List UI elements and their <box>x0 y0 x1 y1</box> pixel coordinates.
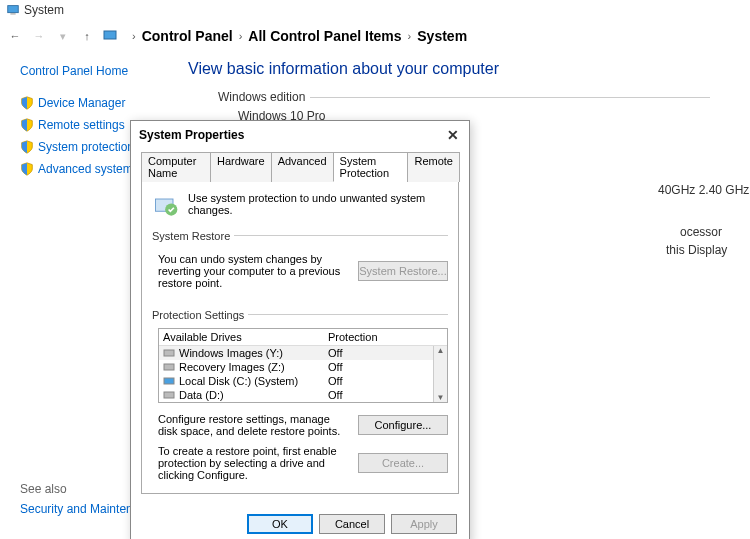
spec-cpu: 40GHz 2.40 GHz <box>658 183 750 197</box>
drive-list-col-drives: Available Drives <box>159 329 324 345</box>
svg-rect-5 <box>164 350 174 356</box>
spec-processor: ocessor <box>680 225 750 239</box>
drive-list[interactable]: Available Drives Protection Windows Imag… <box>158 328 448 403</box>
tab-computer-name[interactable]: Computer Name <box>141 152 211 182</box>
hdd-icon <box>163 347 175 359</box>
svg-rect-0 <box>8 6 19 13</box>
chevron-right-icon: › <box>239 30 243 42</box>
tab-system-protection[interactable]: System Protection <box>333 152 409 182</box>
drive-row[interactable]: Local Disk (C:) (System)Off <box>159 374 433 388</box>
configure-button[interactable]: Configure... <box>358 415 448 435</box>
breadcrumb: › Control Panel › All Control Panel Item… <box>132 28 467 44</box>
shield-icon <box>20 96 34 110</box>
restore-description: You can undo system changes by reverting… <box>158 253 350 289</box>
chevron-right-icon: › <box>132 30 136 42</box>
svg-rect-6 <box>164 364 174 370</box>
hdd-icon <box>163 389 175 401</box>
system-restore-label: System Restore <box>152 230 234 242</box>
control-panel-home-link[interactable]: Control Panel Home <box>20 60 180 82</box>
dialog-tabs: Computer Name Hardware Advanced System P… <box>141 151 459 182</box>
recent-dropdown[interactable]: ▾ <box>54 27 72 45</box>
create-button[interactable]: Create... <box>358 453 448 473</box>
scroll-up-icon[interactable]: ▲ <box>437 346 445 355</box>
drive-name: Local Disk (C:) (System) <box>179 375 328 387</box>
navbar: ← → ▾ ↑ › Control Panel › All Control Pa… <box>0 20 750 52</box>
svg-rect-7 <box>164 378 174 384</box>
protection-icon <box>152 192 180 220</box>
breadcrumb-item[interactable]: System <box>417 28 467 44</box>
shield-icon <box>20 118 34 132</box>
svg-rect-1 <box>10 14 15 15</box>
hdd-icon <box>163 375 175 387</box>
drive-status: Off <box>328 347 429 359</box>
create-description: To create a restore point, first enable … <box>158 445 350 481</box>
shield-icon <box>20 140 34 154</box>
drive-row[interactable]: Data (D:)Off <box>159 388 433 402</box>
dialog-title: System Properties <box>139 128 244 142</box>
system-properties-dialog: System Properties ✕ Computer Name Hardwa… <box>130 120 470 539</box>
hdd-icon <box>163 361 175 373</box>
drive-list-col-protection: Protection <box>324 329 433 345</box>
drive-status: Off <box>328 375 429 387</box>
drive-name: Data (D:) <box>179 389 328 401</box>
chevron-right-icon: › <box>408 30 412 42</box>
svg-rect-8 <box>164 392 174 398</box>
drive-row[interactable]: Windows Images (Y:)Off <box>159 346 433 360</box>
scrollbar[interactable]: ▲▼ <box>433 346 447 402</box>
protection-settings-label: Protection Settings <box>152 309 248 321</box>
close-button[interactable]: ✕ <box>445 127 461 143</box>
drive-status: Off <box>328 361 429 373</box>
apply-button[interactable]: Apply <box>391 514 457 534</box>
drive-status: Off <box>328 389 429 401</box>
tab-advanced[interactable]: Advanced <box>271 152 334 182</box>
page-heading: View basic information about your comput… <box>188 60 750 78</box>
forward-button[interactable]: → <box>30 27 48 45</box>
drive-name: Windows Images (Y:) <box>179 347 328 359</box>
configure-description: Configure restore settings, manage disk … <box>158 413 350 437</box>
edition-group-label: Windows edition <box>218 90 750 104</box>
system-restore-button[interactable]: System Restore... <box>358 261 448 281</box>
window-titlebar: System <box>0 0 750 20</box>
window-title: System <box>24 3 64 17</box>
breadcrumb-item[interactable]: Control Panel <box>142 28 233 44</box>
spec-display: this Display <box>666 243 750 257</box>
scroll-down-icon[interactable]: ▼ <box>437 393 445 402</box>
control-panel-icon <box>102 28 118 44</box>
shield-icon <box>20 162 34 176</box>
breadcrumb-item[interactable]: All Control Panel Items <box>248 28 401 44</box>
ok-button[interactable]: OK <box>247 514 313 534</box>
cancel-button[interactable]: Cancel <box>319 514 385 534</box>
protection-info-text: Use system protection to undo unwanted s… <box>188 192 448 216</box>
drive-name: Recovery Images (Z:) <box>179 361 328 373</box>
back-button[interactable]: ← <box>6 27 24 45</box>
sidebar-link-device-manager[interactable]: Device Manager <box>20 92 180 114</box>
tab-hardware[interactable]: Hardware <box>210 152 272 182</box>
drive-row[interactable]: Recovery Images (Z:)Off <box>159 360 433 374</box>
up-button[interactable]: ↑ <box>78 27 96 45</box>
tab-remote[interactable]: Remote <box>407 152 460 182</box>
system-icon <box>6 3 20 17</box>
svg-rect-2 <box>104 31 116 39</box>
